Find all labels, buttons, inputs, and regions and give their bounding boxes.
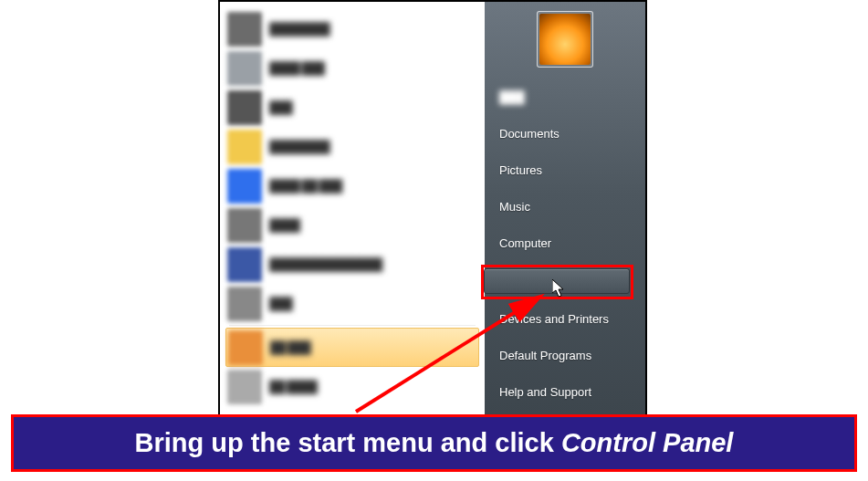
caption-text: Bring up the start menu and click Contro… bbox=[135, 428, 734, 458]
program-icon bbox=[227, 208, 262, 243]
program-item[interactable]: ████ ███ bbox=[225, 48, 479, 88]
program-item[interactable]: ████ ██ ███ bbox=[225, 166, 479, 205]
instruction-caption: Bring up the start menu and click Contro… bbox=[11, 414, 857, 472]
program-label: ███████████████ bbox=[269, 257, 382, 271]
program-label: ████████ bbox=[269, 140, 329, 153]
programs-list: ████████████ ██████████████████ ██ █████… bbox=[220, 2, 485, 428]
program-label: ████ bbox=[269, 218, 299, 232]
program-item[interactable]: ████ bbox=[225, 205, 479, 245]
help-support-item[interactable]: Help and Support bbox=[496, 373, 634, 410]
user-avatar bbox=[539, 14, 591, 65]
program-icon bbox=[227, 130, 262, 164]
devices-printers-item[interactable]: Devices and Printers bbox=[496, 300, 634, 337]
program-label: ███ bbox=[269, 100, 292, 114]
program-item[interactable]: ██ ███ bbox=[225, 328, 479, 367]
program-item[interactable]: ██ ████ bbox=[225, 367, 479, 406]
control-panel-item[interactable]: Control Panel bbox=[496, 264, 634, 300]
music-item[interactable]: Music bbox=[496, 188, 634, 225]
program-icon bbox=[227, 12, 262, 47]
program-icon bbox=[227, 169, 262, 204]
program-icon bbox=[227, 247, 262, 282]
program-icon bbox=[227, 90, 262, 125]
separator bbox=[229, 325, 476, 326]
default-programs-item[interactable]: Default Programs bbox=[496, 337, 634, 373]
pictures-item[interactable]: Pictures bbox=[496, 152, 634, 188]
program-label: ████ ██ ███ bbox=[269, 179, 341, 193]
program-item[interactable]: ████████ bbox=[225, 127, 479, 166]
program-label: ████████ bbox=[269, 22, 329, 36]
program-item[interactable]: ███ bbox=[225, 88, 479, 127]
program-label: ██ ████ bbox=[269, 380, 317, 393]
program-icon bbox=[227, 370, 262, 404]
program-label: ████ ███ bbox=[269, 61, 324, 75]
program-label: ███ bbox=[269, 297, 292, 310]
program-item[interactable]: ███ bbox=[225, 284, 479, 323]
user-name-item[interactable]: ███ bbox=[496, 78, 634, 115]
places-panel: ███ Documents Pictures Music Computer Co… bbox=[485, 2, 645, 428]
program-label: ██ ███ bbox=[270, 340, 310, 354]
program-item[interactable]: ███████████████ bbox=[225, 245, 479, 284]
user-avatar-frame bbox=[537, 11, 593, 68]
program-item[interactable]: ████████ bbox=[225, 9, 479, 48]
program-icon bbox=[227, 287, 262, 321]
computer-item[interactable]: Computer bbox=[496, 225, 634, 261]
program-icon bbox=[228, 330, 263, 365]
documents-item[interactable]: Documents bbox=[496, 115, 634, 152]
program-icon bbox=[227, 51, 262, 86]
start-menu-window: ████████████ ██████████████████ ██ █████… bbox=[218, 0, 647, 430]
